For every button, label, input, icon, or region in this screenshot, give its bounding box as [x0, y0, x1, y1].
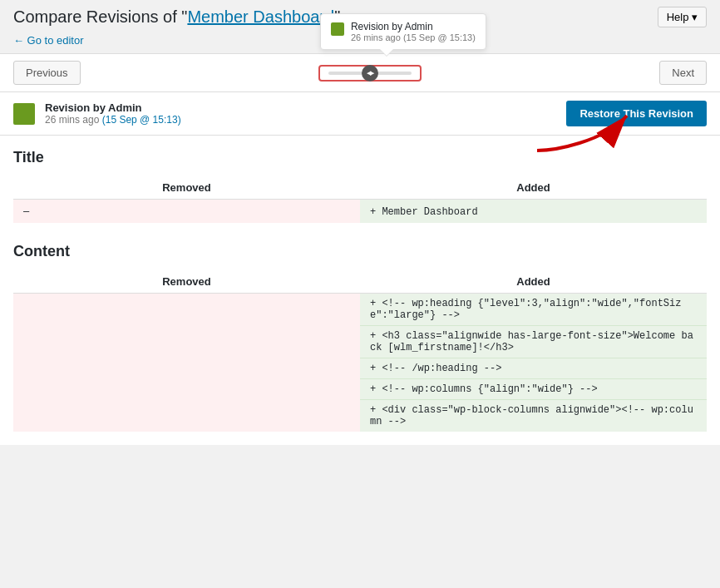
content-removed-col — [13, 294, 360, 432]
tooltip-info: Revision by Admin 26 mins ago (15 Sep @ … — [351, 21, 476, 42]
page-wrapper: Compare Revisions of "Member Dashboard" … — [0, 0, 720, 588]
content-diff-table: Removed Added + <!-- wp:heading {"level"… — [13, 270, 707, 432]
revision-details: Revision by Admin 26 mins ago (15 Sep @ … — [45, 101, 181, 126]
added-line: + <!-- wp:columns {"align":"wide"} --> — [360, 379, 707, 400]
page-title: Compare Revisions of "Member Dashboard" — [13, 7, 340, 27]
slider-container: Revision by Admin 26 mins ago (15 Sep @ … — [81, 65, 660, 82]
revision-tooltip: Revision by Admin 26 mins ago (15 Sep @ … — [320, 13, 486, 50]
title-added-cell: + Member Dashboard — [360, 200, 707, 224]
title-diff-table: Removed Added – + Member Dashboard — [13, 176, 707, 223]
content-added-col: + <!-- wp:heading {"level":3,"align":"wi… — [360, 294, 707, 432]
revision-nav: Previous Revision by Admin 26 mins ago (… — [0, 53, 720, 92]
go-to-editor-link[interactable]: ← Go to editor — [0, 31, 97, 53]
added-line: + <!-- wp:heading {"level":3,"align":"wi… — [360, 294, 707, 326]
added-line: + <!-- /wp:heading --> — [360, 358, 707, 379]
restore-revision-button[interactable]: Restore This Revision — [566, 101, 707, 126]
revision-author: Revision by Admin — [45, 101, 181, 114]
title-section-heading: Title — [13, 149, 707, 166]
title-added-header: Added — [360, 176, 707, 200]
tooltip-color-box — [331, 22, 344, 36]
revision-date: 26 mins ago (15 Sep @ 15:13) — [45, 114, 181, 126]
slider-thumb[interactable] — [362, 65, 378, 82]
added-line: + <h3 class="alignwide has-large-font-si… — [360, 326, 707, 358]
revision-info-left: Revision by Admin 26 mins ago (15 Sep @ … — [13, 101, 181, 126]
slider-wrapper[interactable] — [318, 65, 422, 82]
added-line: + <div class="wp-block-columns alignwide… — [360, 400, 707, 432]
tooltip-author: Revision by Admin — [351, 21, 476, 32]
revision-date-link[interactable]: (15 Sep @ 15:13) — [102, 114, 181, 126]
previous-button[interactable]: Previous — [13, 61, 81, 85]
content-diff-row: + <!-- wp:heading {"level":3,"align":"wi… — [13, 294, 707, 432]
title-removed-header: Removed — [13, 176, 360, 200]
post-title-link[interactable]: Member Dashboard — [187, 7, 334, 26]
revision-info-bar: Revision by Admin 26 mins ago (15 Sep @ … — [0, 92, 720, 136]
revision-color-box — [13, 103, 35, 125]
revision-info-section: Revision by Admin 26 mins ago (15 Sep @ … — [0, 92, 720, 136]
help-button[interactable]: Help ▾ — [658, 7, 707, 27]
content-added-header: Added — [360, 270, 707, 294]
next-button[interactable]: Next — [659, 61, 707, 85]
slider-track[interactable] — [328, 72, 412, 75]
content-removed-header: Removed — [13, 270, 360, 294]
content-area: Title Removed Added – + Member Dashboard — [0, 136, 720, 445]
content-section-heading: Content — [13, 243, 707, 260]
tooltip-date: 26 mins ago (15 Sep @ 15:13) — [351, 32, 476, 42]
title-removed-cell: – — [13, 200, 360, 224]
